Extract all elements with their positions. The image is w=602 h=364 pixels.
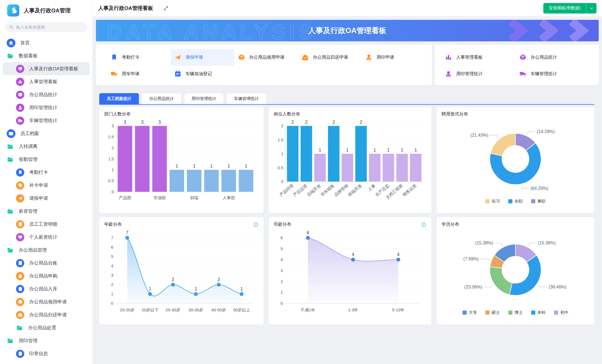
sidebar-item-首页[interactable]: 首页: [0, 36, 92, 49]
quick-link-车辆加油登记[interactable]: 车辆加油登记: [171, 66, 234, 82]
quick-link-办公用品领用申请[interactable]: 办公用品领用申请: [234, 49, 298, 66]
quick-link-label: 车辆加油登记: [186, 71, 212, 77]
sidebar-item-员工档案[interactable]: 员工档案: [0, 127, 92, 140]
stat-link-人事管理看板[interactable]: 人事管理看板: [445, 49, 519, 66]
svg-text:3: 3: [141, 120, 144, 125]
sidebar-item-办公用品处置[interactable]: 办公用品处置: [0, 321, 92, 334]
legend-item-全职[interactable]: 全职: [508, 199, 523, 204]
svg-text:(15.38%): (15.38%): [538, 241, 556, 245]
sidebar-item-label: 员工档案: [20, 130, 39, 137]
search-input[interactable]: [16, 25, 82, 29]
legend-item-兼职[interactable]: 兼职: [531, 199, 546, 204]
quick-link-用印申请[interactable]: 用印申请: [362, 49, 425, 66]
stat-link-用印管理统计[interactable]: 用印管理统计: [445, 66, 519, 82]
svg-text:(14.29%): (14.29%): [537, 129, 555, 134]
legend-item-博士[interactable]: 博士: [508, 310, 523, 315]
tab-办公用品统计[interactable]: 办公用品统计: [142, 93, 181, 104]
chart-title: 聘用形式分布: [442, 111, 468, 117]
svg-text:4: 4: [281, 257, 283, 262]
quick-link-请假申请[interactable]: 请假申请: [171, 49, 234, 66]
sidebar-item-label: 办公用品管理: [19, 247, 47, 253]
install-template-button[interactable]: 安装模板(带数据): [543, 3, 586, 14]
svg-text:20岁以下: 20岁以下: [142, 308, 159, 312]
folder-icon: [7, 143, 14, 150]
stat-link-车辆管理统计[interactable]: 车辆管理统计: [519, 66, 593, 82]
folder-icon: [7, 156, 14, 163]
sidebar-item-办公用品申购[interactable]: 办公用品申购: [0, 269, 92, 282]
tab-员工档案统计[interactable]: 员工档案统计: [99, 93, 139, 104]
svg-text:1: 1: [387, 148, 390, 152]
fullscreen-icon[interactable]: [163, 6, 168, 11]
chart-title: 司龄分布: [274, 222, 291, 227]
svg-text:0.5: 0.5: [278, 165, 283, 170]
legend-label: 兼职: [538, 199, 546, 204]
legend-item-本科[interactable]: 本科: [531, 310, 546, 315]
quick-link-label: 用车申请: [122, 71, 139, 77]
quick-links-panel: 考勤打卡请假申请办公用品领用申请办公用品归还申请用印申请用车申请车辆加油登记: [96, 45, 432, 85]
legend-label: 实习: [492, 199, 500, 204]
sidebar-item-车辆管理统计[interactable]: 车辆管理统计: [0, 114, 92, 127]
divider: [158, 5, 158, 11]
svg-text:2: 2: [360, 120, 362, 125]
truck-icon: [519, 70, 527, 78]
svg-text:产品运营: 产品运营: [292, 183, 308, 197]
search-icon: [9, 25, 14, 29]
sidebar-item-用印管理[interactable]: 用印管理: [0, 334, 92, 347]
sidebar-item-用印管理统计[interactable]: 用印管理统计: [0, 101, 92, 114]
bookmark-icon: [16, 168, 24, 177]
svg-text:2: 2: [305, 120, 308, 125]
app-window: 人事及行政OA管理 首页数据看板人事及行政OA管理看板人事管理看板办公用品统计用…: [0, 0, 602, 364]
install-dropdown-button[interactable]: [586, 3, 596, 14]
sidebar-item-label: 薪资管理: [19, 208, 37, 214]
sidebar-item-人事及行政OA管理看板[interactable]: 人事及行政OA管理看板: [3, 62, 90, 75]
sidebar-item-数据看板[interactable]: 数据看板: [0, 49, 92, 62]
home-icon: [7, 39, 15, 47]
legend-item-初中[interactable]: 初中: [554, 310, 569, 315]
sidebar-item-个人薪资统计[interactable]: 个人薪资统计: [0, 231, 92, 244]
info-icon[interactable]: [421, 222, 426, 227]
quick-link-用车申请[interactable]: 用车申请: [107, 66, 171, 82]
sidebar-item-办公用品台账[interactable]: 办公用品台账: [0, 257, 92, 269]
svg-text:2: 2: [281, 123, 283, 128]
sidebar-item-人事管理看板[interactable]: 人事管理看板: [0, 75, 92, 88]
sidebar-item-办公用品入库[interactable]: 办公用品入库: [0, 282, 92, 295]
sidebar-search[interactable]: [5, 22, 87, 32]
svg-text:4: 4: [397, 252, 400, 257]
tab-车辆管理统计[interactable]: 车辆管理统计: [227, 93, 266, 104]
legend-item-大专[interactable]: 大专: [463, 310, 477, 315]
svg-text:(38.46%): (38.46%): [549, 285, 567, 289]
sidebar-item-印章信息[interactable]: 印章信息: [0, 347, 92, 360]
sidebar-item-请假申请[interactable]: 请假申请: [0, 192, 92, 205]
sidebar-item-薪资管理[interactable]: 薪资管理: [0, 205, 92, 218]
sidebar-item-补卡申请[interactable]: 补卡申请: [0, 179, 92, 192]
sidebar-item-办公用品管理[interactable]: 办公用品管理: [0, 244, 92, 257]
legend-item-实习[interactable]: 实习: [485, 199, 500, 204]
chart-canvas: 0123456771212120-25岁20岁以下25-30岁30-35岁40-…: [104, 228, 259, 318]
sidebar-item-假勤管理[interactable]: 假勤管理: [0, 153, 92, 166]
sidebar-item-员工工资明细[interactable]: 员工工资明细: [0, 218, 92, 231]
info-icon[interactable]: [253, 222, 259, 227]
svg-text:5: 5: [281, 246, 283, 251]
legend-swatch: [463, 311, 467, 315]
sidebar-item-考勤打卡[interactable]: 考勤打卡: [0, 166, 92, 179]
tab-用印管理统计[interactable]: 用印管理统计: [184, 93, 224, 104]
sidebar-item-label: 用印管理: [19, 338, 37, 344]
calendar-icon: [174, 70, 182, 78]
dashboard-banner: DATA ANALYSIS 人事及行政OA管理看板: [96, 20, 599, 41]
chart-legend: 实习全职兼职: [442, 199, 589, 204]
quick-link-办公用品归还申请[interactable]: 办公用品归还申请: [298, 49, 362, 66]
cube-icon: [16, 298, 24, 306]
quick-link-考勤打卡[interactable]: 考勤打卡: [107, 49, 171, 66]
bar-chart-icon: [16, 78, 24, 86]
sidebar-item-办公用品统计[interactable]: 办公用品统计: [0, 88, 92, 101]
sidebar-item-办公用品归还申请[interactable]: 办公用品归还申请: [0, 308, 92, 321]
legend-item-硕士[interactable]: 硕士: [485, 310, 500, 315]
svg-text:1: 1: [373, 148, 376, 152]
dashboard-section: 员工档案统计办公用品统计用印管理统计车辆管理统计 部门人数分布 00.511.5…: [96, 93, 599, 325]
stat-link-办公用品统计[interactable]: 办公用品统计: [519, 49, 593, 66]
sidebar-item-办公用品领用申请[interactable]: 办公用品领用申请: [0, 295, 92, 308]
svg-text:2: 2: [281, 279, 283, 284]
sidebar-item-入转调离[interactable]: 入转调离: [0, 140, 92, 153]
svg-text:1-3年: 1-3年: [348, 308, 358, 312]
svg-text:7: 7: [126, 230, 128, 235]
